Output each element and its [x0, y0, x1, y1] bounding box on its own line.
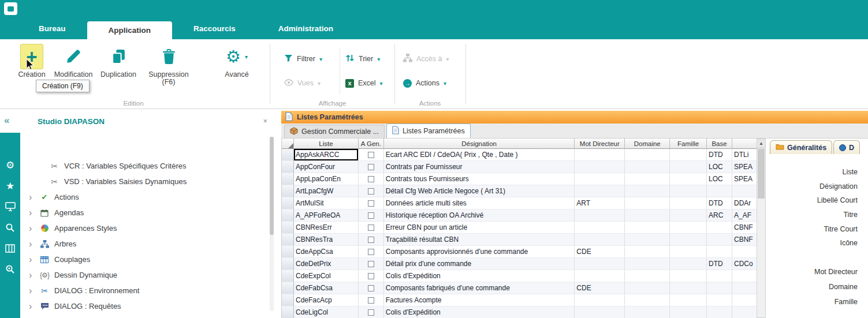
- acces-a-button[interactable]: Accès à ▾: [403, 52, 449, 66]
- cell-a-gen[interactable]: [359, 258, 384, 270]
- cell-liste[interactable]: A_APFoReOA: [294, 209, 359, 222]
- checkbox[interactable]: [368, 164, 374, 170]
- cell-designation[interactable]: Composants fabriqués d'une commande: [384, 282, 575, 294]
- expand-chevron-icon[interactable]: ›: [29, 240, 35, 249]
- table-row[interactable]: CdeFacAcp Factures Acompte: [282, 294, 757, 306]
- cell-mot-directeur[interactable]: [575, 294, 625, 306]
- cell-mot-directeur[interactable]: ART: [575, 197, 625, 209]
- row-selector[interactable]: [282, 209, 294, 222]
- cell-a-gen[interactable]: [359, 294, 384, 306]
- table-row[interactable]: CdeAppCsa Composants approvisionnés d'un…: [282, 246, 757, 258]
- expand-chevron-icon[interactable]: ›: [29, 193, 35, 202]
- tab-application[interactable]: Application: [87, 21, 173, 39]
- cell-base[interactable]: [707, 185, 732, 197]
- cell-designation[interactable]: Contrats par Fournisseur: [384, 161, 575, 173]
- cell-domaine[interactable]: [625, 258, 670, 270]
- table-scrollbar[interactable]: ▲: [757, 139, 766, 318]
- column-header-mot-directeur[interactable]: Mot Directeur: [575, 139, 625, 149]
- row-selector[interactable]: [282, 197, 294, 209]
- row-selector[interactable]: [282, 294, 294, 306]
- row-selector[interactable]: [282, 161, 294, 173]
- tree-item-vsd[interactable]: ✂ VSD : Variables Saisies Dynamiques: [20, 174, 268, 189]
- cell-famille[interactable]: [670, 149, 707, 161]
- cell-partial[interactable]: DTLi: [732, 149, 757, 161]
- excel-button[interactable]: x Excel ▾: [345, 76, 383, 90]
- tree-item-dessin-dynamique[interactable]: › {⚙} Dessin Dynamique: [20, 267, 268, 283]
- cell-famille[interactable]: [670, 246, 707, 258]
- tab-d[interactable]: D: [833, 140, 860, 154]
- cell-partial[interactable]: DDAr: [732, 197, 757, 209]
- tree-item-arbres[interactable]: › Arbres: [20, 236, 268, 252]
- cell-designation[interactable]: Traçabilité résultat CBN: [384, 234, 575, 246]
- cell-liste[interactable]: CdeLigCol: [294, 306, 359, 318]
- cell-mot-directeur[interactable]: [575, 173, 625, 185]
- cell-partial[interactable]: [732, 270, 757, 282]
- column-header-partial[interactable]: [732, 139, 757, 149]
- cell-a-gen[interactable]: [359, 173, 384, 185]
- checkbox[interactable]: [368, 297, 374, 304]
- cell-partial[interactable]: [732, 282, 757, 294]
- tab-raccourcis[interactable]: Raccourcis: [172, 17, 257, 39]
- modification-button[interactable]: Modification: [50, 44, 96, 78]
- cell-famille[interactable]: [670, 161, 707, 173]
- cell-base[interactable]: ARC: [707, 209, 732, 222]
- cell-domaine[interactable]: [625, 149, 670, 161]
- tree-item-dialog-requetes[interactable]: › DIALOG : Requêtes: [20, 298, 268, 314]
- row-selector[interactable]: [282, 149, 294, 161]
- cell-a-gen[interactable]: [359, 234, 384, 246]
- cell-partial[interactable]: SPEA: [732, 173, 757, 185]
- cell-partial[interactable]: CDCo: [732, 258, 757, 270]
- table-row[interactable]: CdeDetPrix Détail prix d'une commande DT…: [282, 258, 757, 270]
- column-header-liste[interactable]: Liste: [294, 139, 359, 149]
- checkbox[interactable]: [368, 261, 374, 267]
- cell-mot-directeur[interactable]: CDE: [575, 282, 625, 294]
- cell-famille[interactable]: [670, 306, 707, 318]
- cell-partial[interactable]: A_AF: [732, 209, 757, 222]
- cell-a-gen[interactable]: [359, 270, 384, 282]
- scrollbar-thumb[interactable]: [758, 149, 765, 199]
- cell-domaine[interactable]: [625, 246, 670, 258]
- cell-famille[interactable]: [670, 222, 707, 234]
- cell-domaine[interactable]: [625, 173, 670, 185]
- cell-mot-directeur[interactable]: [575, 149, 625, 161]
- cell-mot-directeur[interactable]: [575, 234, 625, 246]
- cell-liste[interactable]: AppLpaConEn: [294, 173, 359, 185]
- cell-domaine[interactable]: [625, 185, 670, 197]
- checkbox[interactable]: [368, 225, 374, 231]
- cell-liste[interactable]: CdeFacAcp: [294, 294, 359, 306]
- cell-domaine[interactable]: [625, 197, 670, 209]
- cell-a-gen[interactable]: [359, 149, 384, 161]
- cell-base[interactable]: DTD: [707, 149, 732, 161]
- column-header-domaine[interactable]: Domaine: [625, 139, 670, 149]
- expand-chevron-icon[interactable]: ›: [29, 302, 35, 311]
- cell-mot-directeur[interactable]: [575, 306, 625, 318]
- tree-item-vcr[interactable]: ✂ VCR : Variables Spécifiques Critères: [20, 158, 268, 174]
- tree-item-dialog-environnement[interactable]: › ✂ DIALOG : Environnement: [20, 283, 268, 298]
- checkbox[interactable]: [368, 152, 374, 158]
- cell-base[interactable]: [707, 270, 732, 282]
- row-selector[interactable]: [282, 270, 294, 282]
- cell-famille[interactable]: [670, 234, 707, 246]
- cell-designation[interactable]: Factures Acompte: [384, 294, 575, 306]
- cell-domaine[interactable]: [625, 234, 670, 246]
- row-selector[interactable]: [282, 173, 294, 185]
- cell-famille[interactable]: [670, 209, 707, 222]
- table-row[interactable]: AppConFour Contrats par Fournisseur LOC …: [282, 161, 757, 173]
- tab-generalites[interactable]: Généralités: [770, 140, 832, 154]
- column-header-a-gen[interactable]: A Gen.: [359, 139, 384, 149]
- cell-designation[interactable]: Colis d'Expédition: [384, 270, 575, 282]
- cell-designation[interactable]: Détail prix d'une commande: [384, 258, 575, 270]
- cell-liste[interactable]: CdeAppCsa: [294, 246, 359, 258]
- cell-domaine[interactable]: [625, 161, 670, 173]
- cell-base[interactable]: [707, 234, 732, 246]
- checkbox[interactable]: [368, 249, 374, 255]
- tree-item-actions[interactable]: › ✔ Actions: [20, 189, 268, 205]
- cell-liste[interactable]: AppAskARCC: [294, 149, 359, 161]
- tab-bureau[interactable]: Bureau: [17, 17, 87, 39]
- select-all-corner[interactable]: [282, 139, 294, 149]
- tree-item-couplages[interactable]: › Couplages: [20, 252, 268, 267]
- row-selector[interactable]: [282, 185, 294, 197]
- checkbox[interactable]: [368, 200, 374, 207]
- expand-chevron-icon[interactable]: ›: [29, 208, 35, 218]
- search-icon[interactable]: [3, 220, 17, 234]
